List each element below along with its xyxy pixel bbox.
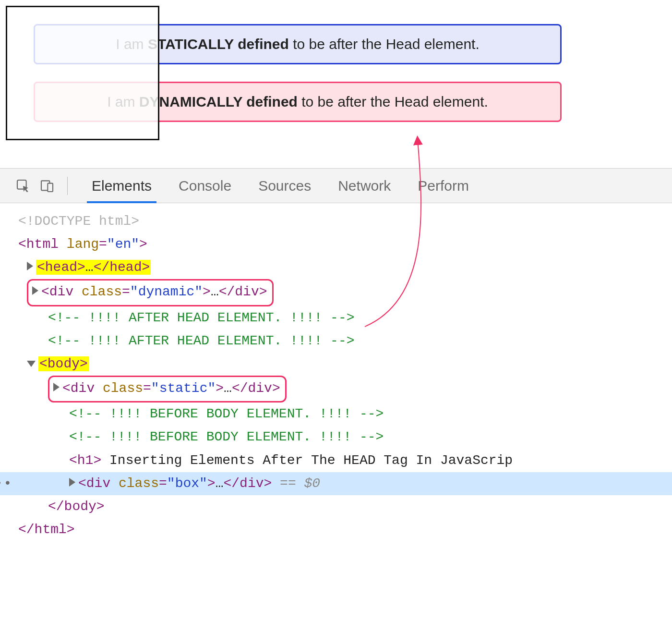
dynamic-banner-text-bold: DYNAMICALLY defined <box>139 94 298 110</box>
tab-console[interactable]: Console <box>165 169 245 203</box>
static-banner-text-suffix: to be after the Head element. <box>289 36 480 52</box>
dom-div-dynamic[interactable]: <div class="dynamic">…</div> <box>18 279 672 306</box>
static-banner-text-bold: STATICALLY defined <box>148 36 289 52</box>
dom-html-close[interactable]: </html> <box>18 518 672 541</box>
devtools-panel: Elements Console Sources Network Perform… <box>0 168 672 553</box>
rendered-page-preview: I am STATICALLY defined to be after the … <box>0 0 672 168</box>
svg-rect-2 <box>48 183 53 191</box>
inspect-icon[interactable] <box>14 177 32 195</box>
dynamic-banner: I am DYNAMICALLY defined to be after the… <box>34 82 562 122</box>
static-banner-text-prefix: I am <box>116 36 148 52</box>
static-banner: I am STATICALLY defined to be after the … <box>34 24 562 64</box>
dom-body-close[interactable]: </body> <box>18 495 672 518</box>
devtools-toolbar: Elements Console Sources Network Perform <box>0 169 672 203</box>
dom-body-open[interactable]: <body> <box>18 353 672 376</box>
dom-tree[interactable]: <!DOCTYPE html> <html lang="en"> <head>…… <box>0 203 672 553</box>
dom-comment-after-head-2[interactable]: <!-- !!!! AFTER HEAD ELEMENT. !!!! --> <box>18 329 672 353</box>
expand-icon[interactable] <box>32 286 38 295</box>
dom-comment-before-body-1[interactable]: <!-- !!!! BEFORE BODY ELEMENT. !!!! --> <box>18 402 672 426</box>
collapse-icon[interactable] <box>27 361 36 367</box>
tab-performance[interactable]: Perform <box>404 169 482 203</box>
toolbar-separator <box>67 177 68 195</box>
dynamic-banner-text-prefix: I am <box>107 94 139 110</box>
dom-comment-after-head-1[interactable]: <!-- !!!! AFTER HEAD ELEMENT. !!!! --> <box>18 306 672 329</box>
expand-icon[interactable] <box>27 262 33 270</box>
dom-head[interactable]: <head>…</head> <box>18 256 672 279</box>
dom-div-box-selected[interactable]: ••• <div class="box">…</div> == $0 <box>0 472 672 495</box>
expand-icon[interactable] <box>53 383 60 391</box>
dom-comment-before-body-2[interactable]: <!-- !!!! BEFORE BODY ELEMENT. !!!! --> <box>18 426 672 449</box>
more-icon[interactable]: ••• <box>0 472 12 495</box>
tab-network[interactable]: Network <box>324 169 404 203</box>
tab-sources[interactable]: Sources <box>245 169 324 203</box>
dom-html-open[interactable]: <html lang="en"> <box>18 233 672 256</box>
device-toggle-icon[interactable] <box>38 177 56 195</box>
expand-icon[interactable] <box>69 478 75 487</box>
dom-doctype[interactable]: <!DOCTYPE html> <box>18 210 672 233</box>
dynamic-banner-text-suffix: to be after the Head element. <box>298 94 488 110</box>
tab-elements[interactable]: Elements <box>78 169 165 203</box>
dom-h1[interactable]: <h1> Inserting Elements After The HEAD T… <box>18 449 672 472</box>
dom-div-static[interactable]: <div class="static">…</div> <box>18 376 672 402</box>
